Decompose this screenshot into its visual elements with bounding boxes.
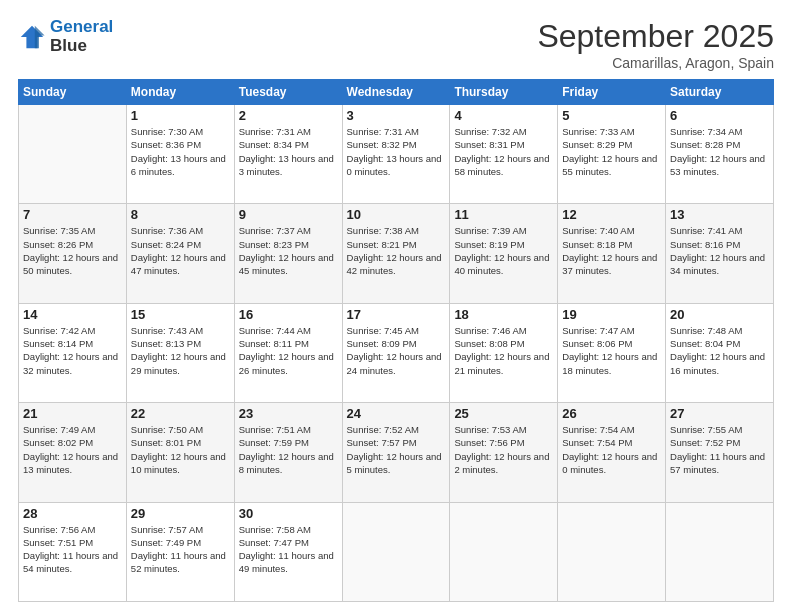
calendar-day-cell: 6Sunrise: 7:34 AMSunset: 8:28 PMDaylight… [666,105,774,204]
calendar-day-cell: 24Sunrise: 7:52 AMSunset: 7:57 PMDayligh… [342,403,450,502]
day-number: 30 [239,506,338,521]
calendar-day-cell: 28Sunrise: 7:56 AMSunset: 7:51 PMDayligh… [19,502,127,601]
logo-text: General Blue [50,18,113,55]
day-info: Sunrise: 7:41 AMSunset: 8:16 PMDaylight:… [670,224,769,277]
day-number: 5 [562,108,661,123]
calendar-day-cell: 14Sunrise: 7:42 AMSunset: 8:14 PMDayligh… [19,303,127,402]
calendar-day-cell: 21Sunrise: 7:49 AMSunset: 8:02 PMDayligh… [19,403,127,502]
calendar-day-cell: 13Sunrise: 7:41 AMSunset: 8:16 PMDayligh… [666,204,774,303]
calendar-week-row: 14Sunrise: 7:42 AMSunset: 8:14 PMDayligh… [19,303,774,402]
day-info: Sunrise: 7:50 AMSunset: 8:01 PMDaylight:… [131,423,230,476]
day-info: Sunrise: 7:54 AMSunset: 7:54 PMDaylight:… [562,423,661,476]
calendar-day-header: Sunday [19,80,127,105]
day-number: 21 [23,406,122,421]
day-number: 1 [131,108,230,123]
day-number: 2 [239,108,338,123]
calendar-day-cell: 26Sunrise: 7:54 AMSunset: 7:54 PMDayligh… [558,403,666,502]
day-number: 12 [562,207,661,222]
day-number: 27 [670,406,769,421]
day-info: Sunrise: 7:35 AMSunset: 8:26 PMDaylight:… [23,224,122,277]
day-number: 17 [347,307,446,322]
location: Camarillas, Aragon, Spain [537,55,774,71]
page: General Blue September 2025 Camarillas, … [0,0,792,612]
day-number: 7 [23,207,122,222]
day-info: Sunrise: 7:49 AMSunset: 8:02 PMDaylight:… [23,423,122,476]
day-number: 9 [239,207,338,222]
calendar-day-cell [666,502,774,601]
calendar-day-cell [558,502,666,601]
day-number: 25 [454,406,553,421]
day-number: 16 [239,307,338,322]
day-number: 13 [670,207,769,222]
day-info: Sunrise: 7:31 AMSunset: 8:32 PMDaylight:… [347,125,446,178]
calendar-day-cell [450,502,558,601]
day-info: Sunrise: 7:42 AMSunset: 8:14 PMDaylight:… [23,324,122,377]
day-info: Sunrise: 7:39 AMSunset: 8:19 PMDaylight:… [454,224,553,277]
calendar-day-cell: 18Sunrise: 7:46 AMSunset: 8:08 PMDayligh… [450,303,558,402]
day-number: 11 [454,207,553,222]
day-info: Sunrise: 7:30 AMSunset: 8:36 PMDaylight:… [131,125,230,178]
day-info: Sunrise: 7:34 AMSunset: 8:28 PMDaylight:… [670,125,769,178]
calendar-week-row: 1Sunrise: 7:30 AMSunset: 8:36 PMDaylight… [19,105,774,204]
day-info: Sunrise: 7:38 AMSunset: 8:21 PMDaylight:… [347,224,446,277]
day-info: Sunrise: 7:52 AMSunset: 7:57 PMDaylight:… [347,423,446,476]
day-info: Sunrise: 7:57 AMSunset: 7:49 PMDaylight:… [131,523,230,576]
day-info: Sunrise: 7:55 AMSunset: 7:52 PMDaylight:… [670,423,769,476]
calendar-day-cell: 23Sunrise: 7:51 AMSunset: 7:59 PMDayligh… [234,403,342,502]
calendar-day-header: Saturday [666,80,774,105]
calendar-header-row: SundayMondayTuesdayWednesdayThursdayFrid… [19,80,774,105]
calendar-day-cell: 12Sunrise: 7:40 AMSunset: 8:18 PMDayligh… [558,204,666,303]
calendar-day-cell: 3Sunrise: 7:31 AMSunset: 8:32 PMDaylight… [342,105,450,204]
calendar-day-cell: 27Sunrise: 7:55 AMSunset: 7:52 PMDayligh… [666,403,774,502]
calendar-day-header: Monday [126,80,234,105]
day-number: 20 [670,307,769,322]
calendar-day-cell: 16Sunrise: 7:44 AMSunset: 8:11 PMDayligh… [234,303,342,402]
logo: General Blue [18,18,113,55]
day-info: Sunrise: 7:47 AMSunset: 8:06 PMDaylight:… [562,324,661,377]
day-info: Sunrise: 7:33 AMSunset: 8:29 PMDaylight:… [562,125,661,178]
svg-marker-0 [21,25,43,47]
day-number: 22 [131,406,230,421]
day-info: Sunrise: 7:53 AMSunset: 7:56 PMDaylight:… [454,423,553,476]
calendar-day-cell: 30Sunrise: 7:58 AMSunset: 7:47 PMDayligh… [234,502,342,601]
calendar-day-header: Wednesday [342,80,450,105]
day-number: 4 [454,108,553,123]
calendar-day-cell: 2Sunrise: 7:31 AMSunset: 8:34 PMDaylight… [234,105,342,204]
day-number: 23 [239,406,338,421]
calendar-week-row: 7Sunrise: 7:35 AMSunset: 8:26 PMDaylight… [19,204,774,303]
day-info: Sunrise: 7:58 AMSunset: 7:47 PMDaylight:… [239,523,338,576]
day-info: Sunrise: 7:37 AMSunset: 8:23 PMDaylight:… [239,224,338,277]
calendar-week-row: 21Sunrise: 7:49 AMSunset: 8:02 PMDayligh… [19,403,774,502]
day-info: Sunrise: 7:44 AMSunset: 8:11 PMDaylight:… [239,324,338,377]
logo-icon [18,23,46,51]
day-info: Sunrise: 7:46 AMSunset: 8:08 PMDaylight:… [454,324,553,377]
calendar-day-cell: 1Sunrise: 7:30 AMSunset: 8:36 PMDaylight… [126,105,234,204]
day-number: 28 [23,506,122,521]
calendar-day-cell: 5Sunrise: 7:33 AMSunset: 8:29 PMDaylight… [558,105,666,204]
day-number: 3 [347,108,446,123]
day-number: 18 [454,307,553,322]
day-number: 14 [23,307,122,322]
day-info: Sunrise: 7:48 AMSunset: 8:04 PMDaylight:… [670,324,769,377]
calendar-day-cell: 25Sunrise: 7:53 AMSunset: 7:56 PMDayligh… [450,403,558,502]
calendar-day-cell: 11Sunrise: 7:39 AMSunset: 8:19 PMDayligh… [450,204,558,303]
calendar-day-cell: 22Sunrise: 7:50 AMSunset: 8:01 PMDayligh… [126,403,234,502]
calendar-day-header: Friday [558,80,666,105]
calendar-day-cell: 8Sunrise: 7:36 AMSunset: 8:24 PMDaylight… [126,204,234,303]
calendar-day-cell [342,502,450,601]
header: General Blue September 2025 Camarillas, … [18,18,774,71]
calendar-day-cell: 9Sunrise: 7:37 AMSunset: 8:23 PMDaylight… [234,204,342,303]
day-number: 8 [131,207,230,222]
calendar-day-cell: 7Sunrise: 7:35 AMSunset: 8:26 PMDaylight… [19,204,127,303]
title-block: September 2025 Camarillas, Aragon, Spain [537,18,774,71]
calendar-day-cell: 20Sunrise: 7:48 AMSunset: 8:04 PMDayligh… [666,303,774,402]
day-number: 29 [131,506,230,521]
day-number: 15 [131,307,230,322]
calendar-day-cell: 29Sunrise: 7:57 AMSunset: 7:49 PMDayligh… [126,502,234,601]
day-number: 24 [347,406,446,421]
day-info: Sunrise: 7:32 AMSunset: 8:31 PMDaylight:… [454,125,553,178]
day-info: Sunrise: 7:51 AMSunset: 7:59 PMDaylight:… [239,423,338,476]
day-number: 6 [670,108,769,123]
calendar-day-header: Thursday [450,80,558,105]
calendar-day-cell: 15Sunrise: 7:43 AMSunset: 8:13 PMDayligh… [126,303,234,402]
